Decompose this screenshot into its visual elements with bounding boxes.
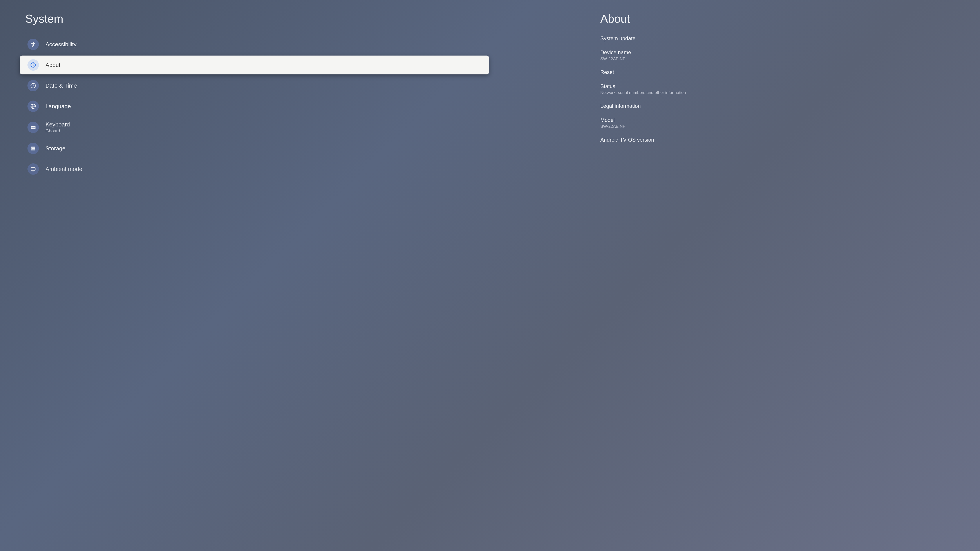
svg-rect-11 (33, 127, 33, 127)
detail-item-system-update[interactable]: System update (600, 32, 980, 45)
menu-item-language[interactable]: Language (0, 97, 588, 116)
ambient-icon (27, 164, 39, 175)
system-menu-pane: System Accessibility About Date & Time (0, 0, 588, 551)
page-title-system: System (25, 12, 588, 25)
accessibility-icon (27, 39, 39, 50)
menu-label: About (46, 62, 60, 68)
menu-item-date-time[interactable]: Date & Time (0, 76, 588, 95)
svg-point-0 (33, 42, 34, 43)
system-menu-list: Accessibility About Date & Time (0, 34, 588, 179)
detail-label: Device name (600, 49, 975, 56)
clock-icon (27, 80, 39, 91)
detail-sublabel: Network, serial numbers and other inform… (600, 90, 975, 95)
menu-item-storage[interactable]: Storage (0, 139, 588, 158)
detail-label: System update (600, 35, 975, 41)
menu-label: Language (46, 103, 71, 110)
detail-item-status[interactable]: Status Network, serial numbers and other… (600, 79, 980, 99)
menu-item-accessibility[interactable]: Accessibility (0, 35, 588, 54)
globe-icon (27, 100, 39, 112)
menu-label: Ambient mode (46, 166, 82, 173)
svg-point-22 (32, 150, 32, 150)
detail-label: Status (600, 83, 975, 89)
svg-rect-12 (34, 127, 34, 127)
menu-sublabel: Gboard (46, 129, 70, 133)
svg-rect-14 (32, 127, 32, 128)
detail-sublabel: SW-22AE NF (600, 124, 975, 129)
storage-icon (27, 143, 39, 154)
svg-rect-16 (34, 127, 35, 128)
menu-label: Accessibility (46, 41, 76, 48)
menu-item-ambient-mode[interactable]: Ambient mode (0, 160, 588, 178)
detail-item-legal-information[interactable]: Legal information (600, 99, 980, 113)
page-title-about: About (600, 12, 980, 25)
detail-item-reset[interactable]: Reset (600, 65, 980, 79)
about-detail-list: System update Device name SW-22AE NF Res… (588, 32, 980, 147)
menu-label: Keyboard (46, 121, 70, 128)
svg-point-21 (32, 148, 32, 149)
menu-label: Date & Time (46, 82, 77, 89)
detail-item-android-tv-os-version[interactable]: Android TV OS version (600, 133, 980, 147)
detail-label: Reset (600, 69, 975, 75)
svg-rect-15 (32, 127, 34, 128)
detail-label: Model (600, 117, 975, 123)
keyboard-icon (27, 122, 39, 133)
svg-rect-23 (31, 167, 35, 170)
menu-item-about[interactable]: About (20, 56, 489, 75)
menu-label: Storage (46, 145, 65, 152)
detail-sublabel: SW-22AE NF (600, 56, 975, 61)
detail-label: Legal information (600, 103, 975, 109)
detail-label: Android TV OS version (600, 137, 975, 143)
menu-item-keyboard[interactable]: Keyboard Gboard (0, 118, 588, 137)
svg-rect-9 (32, 127, 32, 127)
svg-rect-13 (35, 127, 35, 127)
about-detail-pane: About System update Device name SW-22AE … (588, 0, 980, 551)
detail-item-device-name[interactable]: Device name SW-22AE NF (600, 45, 980, 65)
svg-rect-10 (32, 127, 33, 127)
svg-point-20 (32, 147, 32, 147)
info-icon (27, 59, 39, 71)
detail-item-model[interactable]: Model SW-22AE NF (600, 113, 980, 133)
